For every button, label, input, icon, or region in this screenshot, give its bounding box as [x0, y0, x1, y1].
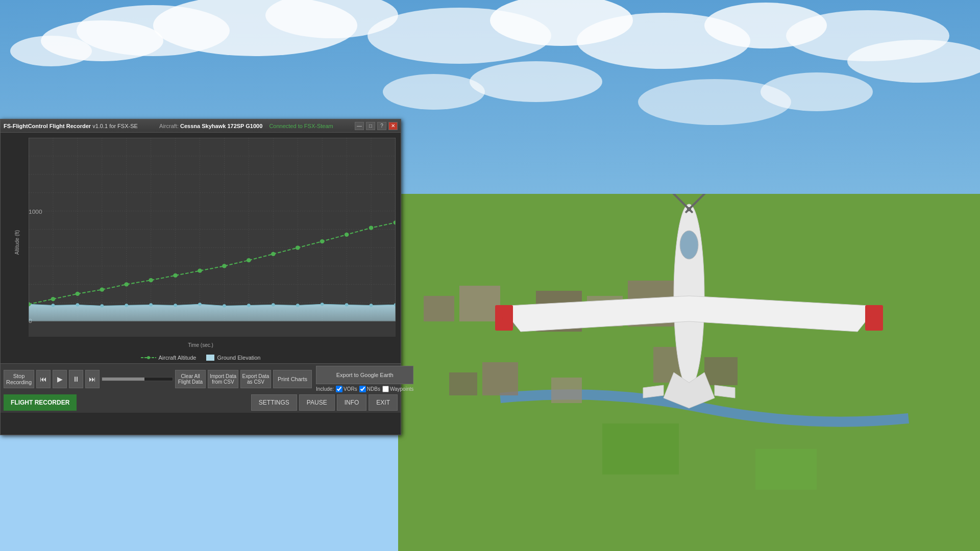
- svg-point-89: [173, 273, 178, 278]
- stop-recording-button[interactable]: Stop Recording: [4, 370, 34, 388]
- help-button[interactable]: ?: [377, 122, 386, 130]
- svg-point-97: [369, 226, 374, 230]
- pause-transport-button[interactable]: ⏸: [69, 370, 83, 388]
- x-axis-label: Time (sec.): [188, 342, 213, 348]
- svg-point-84: [51, 297, 56, 301]
- play-button[interactable]: ▶: [53, 370, 67, 388]
- aircraft-label: Aircraft:: [159, 123, 179, 129]
- export-csv-button[interactable]: Export Data as CSV: [240, 370, 271, 388]
- waypoints-label: Waypoints: [390, 386, 413, 392]
- svg-point-92: [247, 258, 251, 262]
- svg-point-80: [345, 303, 349, 306]
- svg-text:1000: 1000: [29, 208, 42, 215]
- for-sim: for FSX-SE: [109, 123, 138, 129]
- export-google-earth-button[interactable]: Export to Google Earth: [316, 366, 413, 384]
- print-charts-button[interactable]: Print Charts: [273, 370, 312, 388]
- svg-point-75: [223, 304, 226, 307]
- svg-point-73: [174, 304, 177, 307]
- progress-bar: [102, 377, 173, 381]
- import-data-button[interactable]: Import Data from CSV: [208, 370, 238, 388]
- svg-point-90: [198, 269, 202, 273]
- export-csv-line1: Export Data: [242, 373, 270, 379]
- app-name: FS-FlightControl Flight Recorder: [4, 123, 91, 129]
- svg-point-14: [761, 72, 873, 111]
- svg-point-37: [870, 316, 876, 322]
- waypoints-checkbox[interactable]: [382, 386, 389, 392]
- svg-point-77: [272, 303, 275, 306]
- close-button[interactable]: ✕: [388, 122, 398, 130]
- svg-point-71: [125, 304, 128, 307]
- title-bar: FS-FlightControl Flight Recorder v1.0.1 …: [1, 119, 401, 133]
- stop-recording-line2: Recording: [6, 379, 32, 385]
- svg-point-38: [680, 231, 698, 259]
- clear-all-button[interactable]: Clear All Flight Data: [175, 370, 206, 388]
- ndb-checkbox[interactable]: [359, 386, 366, 392]
- app-version: v1.0.1: [92, 123, 108, 129]
- controls-row: Stop Recording ⏮ ▶ ⏸ ⏭ Clear All Flig: [4, 366, 398, 392]
- vor-label: VORs: [344, 386, 357, 392]
- stop-recording-line1: Stop: [13, 373, 25, 379]
- svg-point-94: [296, 245, 300, 249]
- import-line2: from CSV: [212, 379, 234, 385]
- aircraft-name: Cessna Skyhawk 172SP G1000: [180, 123, 262, 129]
- svg-point-78: [296, 304, 300, 307]
- svg-point-96: [345, 233, 349, 237]
- svg-point-86: [100, 288, 104, 292]
- y-axis-label: Altitude (ft): [14, 230, 20, 255]
- svg-point-72: [149, 303, 153, 306]
- chart-container: Altitude (ft): [1, 133, 401, 352]
- progress-bar-fill: [102, 378, 144, 381]
- svg-point-69: [76, 303, 80, 306]
- svg-point-11: [383, 74, 485, 110]
- legend-altitude: Aircraft Altitude: [141, 355, 197, 361]
- flight-recorder-window: FS-FlightControl Flight Recorder v1.0.1 …: [0, 119, 401, 435]
- svg-point-95: [320, 239, 325, 243]
- svg-point-91: [222, 264, 227, 268]
- svg-rect-35: [667, 194, 693, 213]
- info-button[interactable]: INFO: [337, 394, 367, 411]
- import-line1: Import Data: [210, 373, 236, 379]
- waypoints-checkbox-label[interactable]: Waypoints: [382, 386, 413, 392]
- svg-point-76: [247, 304, 251, 307]
- app: FS-FlightControl Flight Recorder v1.0.1 …: [0, 0, 980, 551]
- vor-checkbox-label[interactable]: VORs: [336, 386, 357, 392]
- ndb-checkbox-label[interactable]: NDBs: [359, 386, 380, 392]
- svg-point-81: [370, 304, 373, 307]
- svg-point-88: [149, 278, 153, 282]
- vor-checkbox[interactable]: [336, 386, 342, 392]
- rewind-button[interactable]: ⏮: [36, 370, 51, 388]
- clear-all-line1: Clear All: [181, 373, 200, 379]
- ground-legend-label: Ground Elevation: [217, 355, 260, 361]
- svg-point-70: [101, 304, 104, 307]
- svg-point-101: [147, 356, 150, 359]
- flight-recorder-button[interactable]: FLIGHT RECORDER: [4, 394, 77, 411]
- svg-point-36: [502, 316, 508, 322]
- title-bar-left: FS-FlightControl Flight Recorder v1.0.1 …: [4, 123, 138, 129]
- title-bar-aircraft: Aircraft: Cessna Skyhawk 172SP G1000 Con…: [138, 123, 355, 129]
- chart-svg: 1000 0: [29, 138, 396, 337]
- svg-point-74: [198, 303, 202, 306]
- svg-rect-34: [685, 194, 712, 213]
- legend-ground: Ground Elevation: [206, 355, 260, 361]
- exit-button[interactable]: EXIT: [369, 394, 398, 411]
- fast-forward-button[interactable]: ⏭: [85, 370, 100, 388]
- pause-button[interactable]: PAUSE: [299, 394, 335, 411]
- chart-legend: Aircraft Altitude Ground Elevation: [1, 352, 401, 363]
- maximize-button[interactable]: □: [366, 122, 375, 130]
- chart-area: 1000 0: [29, 138, 396, 337]
- svg-point-85: [76, 292, 80, 296]
- minimize-button[interactable]: —: [355, 122, 364, 130]
- altitude-legend-icon: [141, 355, 156, 361]
- settings-button[interactable]: SETTINGS: [251, 394, 297, 411]
- ground-city-area: [398, 194, 980, 551]
- svg-point-68: [52, 304, 55, 307]
- connection-status: Connected to FSX-Steam: [269, 123, 333, 129]
- clear-all-line2: Flight Data: [178, 379, 203, 385]
- ground-legend-swatch: [206, 355, 214, 361]
- second-row: FLIGHT RECORDER SETTINGS PAUSE INFO EXIT: [4, 394, 398, 411]
- title-bar-controls: — □ ? ✕: [355, 122, 398, 130]
- svg-point-93: [271, 252, 276, 256]
- export-csv-line2: as CSV: [247, 379, 264, 385]
- include-label: Include:: [316, 386, 334, 392]
- svg-point-87: [124, 282, 129, 286]
